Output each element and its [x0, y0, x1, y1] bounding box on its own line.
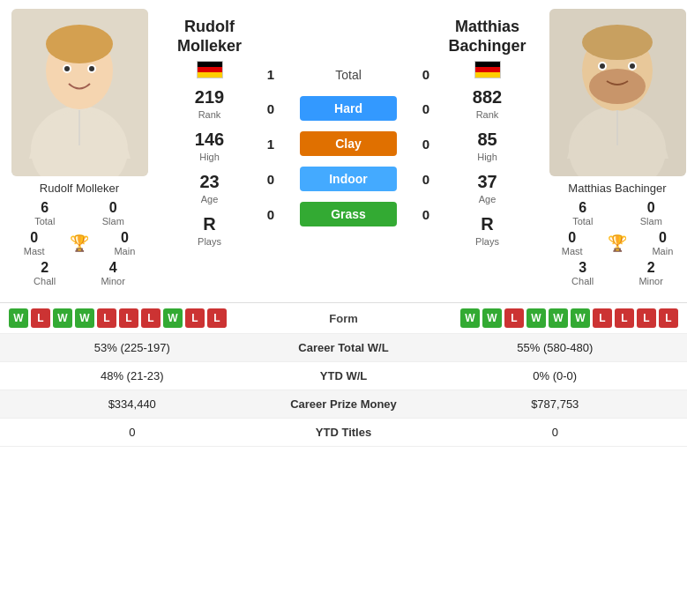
right-player-stats: 6 Total 0 Slam 0 Mast 🏆 0 Main: [549, 200, 686, 290]
center-surface-col: 1 Total 0 0 Hard 0 1 Clay 0 0 Indoor 0 0: [260, 9, 437, 290]
right-middle-col: Matthias Bachinger 882 Rank 85 High 37 A…: [437, 9, 538, 290]
left-total: 6 Total: [34, 200, 55, 226]
form-badge-l: L: [593, 308, 612, 328]
left-middle-col: Rudolf Molleker 219 Rank 146 High 23 Age…: [159, 9, 260, 290]
stats-center-3: YTD Titles: [256, 426, 432, 439]
form-label: Form: [273, 312, 414, 325]
bottom-section: WLWWLLLWLL Form WWLWWWLLLL 53% (225-197)…: [0, 302, 687, 447]
right-plays: R Plays: [475, 214, 499, 248]
svg-point-3: [46, 25, 113, 63]
form-badge-l: L: [97, 308, 116, 328]
stats-center-2: Career Prize Money: [256, 397, 432, 411]
stats-right-1: 0% (0-0): [432, 369, 679, 382]
left-player-photo: [11, 9, 148, 176]
right-slam: 0 Slam: [640, 200, 662, 226]
stats-row-1: 48% (21-23)YTD W/L0% (0-0): [0, 362, 687, 390]
form-badge-l: L: [637, 308, 656, 328]
hard-badge: Hard: [300, 96, 397, 121]
grass-row: 0 Grass 0: [260, 202, 437, 226]
left-trophy-icon: 🏆: [70, 234, 89, 253]
form-badge-w: W: [53, 308, 72, 328]
svg-point-13: [582, 25, 653, 60]
stats-rows-container: 53% (225-197)Career Total W/L55% (580-48…: [0, 334, 687, 447]
left-age: 23 Age: [199, 172, 219, 205]
form-badge-w: W: [482, 308, 502, 328]
left-player-name-label: Rudolf Molleker: [40, 182, 119, 195]
right-trophy-icon: 🏆: [608, 234, 627, 253]
left-player-card: Rudolf Molleker 6 Total 0 Slam 0 Mast 🏆: [0, 9, 159, 290]
stats-left-1: 48% (21-23): [9, 369, 256, 382]
left-high: 146 High: [195, 130, 224, 163]
total-row: 1 Total 0: [260, 67, 437, 82]
form-row: WLWWLLLWLL Form WWLWWWLLLL: [0, 303, 687, 334]
top-section: Rudolf Molleker 6 Total 0 Slam 0 Mast 🏆: [0, 0, 687, 299]
right-player-name-label: Matthias Bachinger: [568, 182, 666, 195]
left-flag: [197, 61, 223, 78]
form-badge-l: L: [31, 308, 50, 328]
svg-point-7: [89, 66, 94, 71]
stats-center-0: Career Total W/L: [256, 341, 432, 354]
right-main: 0 Main: [652, 230, 673, 256]
stats-center-1: YTD W/L: [256, 369, 432, 382]
right-player-card: Matthias Bachinger 6 Total 0 Slam 0 Mast…: [538, 9, 687, 290]
form-badge-l: L: [119, 308, 138, 328]
left-plays: R Plays: [198, 214, 221, 248]
left-slam: 0 Slam: [102, 200, 124, 226]
form-badge-l: L: [185, 308, 205, 328]
form-badge-w: W: [549, 308, 568, 328]
right-player-photo: [549, 9, 686, 176]
form-badge-w: W: [9, 308, 28, 328]
right-player-heading: Matthias Bachinger: [448, 18, 526, 56]
left-player-heading: Rudolf Molleker: [177, 18, 242, 56]
stats-row-0: 53% (225-197)Career Total W/L55% (580-48…: [0, 334, 687, 362]
right-minor: 2 Minor: [638, 260, 663, 286]
svg-point-12: [589, 69, 646, 104]
svg-point-6: [64, 66, 70, 71]
form-badge-w: W: [571, 308, 590, 328]
right-chall: 3 Chall: [571, 260, 594, 286]
clay-badge: Clay: [300, 131, 397, 156]
indoor-badge: Indoor: [300, 167, 397, 191]
stats-left-3: 0: [9, 426, 256, 439]
indoor-row: 0 Indoor 0: [260, 167, 437, 191]
form-badge-w: W: [526, 308, 546, 328]
left-chall: 2 Chall: [34, 260, 56, 286]
left-minor: 4 Minor: [101, 260, 125, 286]
svg-point-16: [600, 63, 605, 69]
clay-row: 1 Clay 0: [260, 131, 437, 156]
stats-row-2: $334,440Career Prize Money$787,753: [0, 390, 687, 419]
svg-point-17: [630, 63, 635, 69]
form-badge-w: W: [460, 308, 480, 328]
form-badge-l: L: [207, 308, 227, 328]
form-badge-l: L: [615, 308, 634, 328]
hard-row: 0 Hard 0: [260, 96, 437, 121]
grass-badge: Grass: [300, 202, 397, 226]
left-rank: 219 Rank: [195, 87, 224, 121]
right-form-badges: WWLWWWLLLL: [414, 308, 679, 328]
stats-row-3: 0YTD Titles0: [0, 419, 687, 447]
stats-right-3: 0: [432, 426, 679, 439]
left-mast: 0 Mast: [24, 230, 45, 256]
left-main: 0 Main: [114, 230, 135, 256]
stats-left-2: $334,440: [9, 397, 256, 411]
right-age: 37 Age: [477, 172, 497, 205]
left-trophy-row: 0 Mast 🏆 0 Main: [11, 230, 148, 256]
form-badge-w: W: [75, 308, 94, 328]
right-mast: 0 Mast: [562, 230, 583, 256]
form-badge-l: L: [659, 308, 678, 328]
right-rank: 882 Rank: [473, 87, 502, 121]
form-badge-l: L: [141, 308, 161, 328]
stats-right-0: 55% (580-480): [432, 341, 679, 354]
left-form-badges: WLWWLLLWLL: [9, 308, 273, 328]
stats-left-0: 53% (225-197): [9, 341, 256, 354]
form-badge-l: L: [504, 308, 524, 328]
right-high: 85 High: [477, 130, 497, 163]
stats-right-2: $787,753: [432, 397, 679, 411]
left-player-stats: 6 Total 0 Slam 0 Mast 🏆 0 Main: [11, 200, 148, 290]
right-trophy-row: 0 Mast 🏆 0 Main: [549, 230, 686, 256]
right-flag: [474, 61, 501, 78]
right-total: 6 Total: [572, 200, 593, 226]
form-badge-w: W: [163, 308, 183, 328]
